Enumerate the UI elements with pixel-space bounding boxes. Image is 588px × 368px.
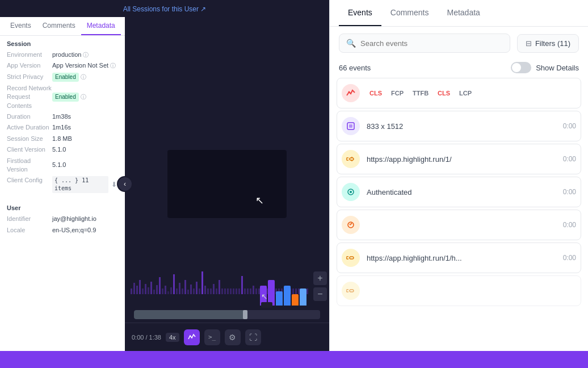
svg-point-63 <box>348 91 350 93</box>
svg-rect-24 <box>199 288 200 294</box>
value-recordnetwork: Enabled ⓘ <box>52 84 118 110</box>
vitals-badges-row: CLS FCP TTFB CLS LCP <box>367 89 576 98</box>
svg-rect-41 <box>247 288 249 294</box>
event-item-webvitals[interactable]: CLS FCP TTFB CLS LCP <box>337 78 581 108</box>
viewport-time: 0:00 <box>563 122 576 130</box>
event-item-navigate2[interactable]: https://app.highlight.run/1/h... 0:00 <box>337 242 581 273</box>
vital-cls-2: CLS <box>435 89 453 98</box>
expand-panel-button[interactable]: ‹ <box>117 176 133 192</box>
info-icon-environment: ⓘ <box>83 51 89 59</box>
all-sessions-link[interactable]: All Sessions for this User ↗ <box>123 5 207 13</box>
activity-bar <box>300 288 306 306</box>
zoom-in-button[interactable]: + <box>313 271 327 285</box>
bottom-bar <box>0 351 588 368</box>
meta-row-strictprivacy: Strict Privacy Enabled ⓘ <box>7 73 118 82</box>
console-button[interactable]: >_ <box>204 329 220 345</box>
meta-row-appversion: App Version App Version Not Set ⓘ <box>7 61 118 70</box>
value-duration: 1m38s <box>52 112 118 121</box>
svg-rect-43 <box>253 286 254 294</box>
value-activeduration: 1m16s <box>52 123 118 132</box>
label-activeduration: Active Duration <box>7 123 52 132</box>
show-details-toggle[interactable] <box>511 62 531 73</box>
svg-rect-3 <box>139 280 141 294</box>
svg-rect-42 <box>250 288 251 294</box>
link-icon-1 <box>346 154 355 164</box>
right-tabs: Events Comments Metadata <box>330 0 588 27</box>
right-tab-events[interactable]: Events <box>339 0 381 26</box>
event-item-navigate1[interactable]: https://app.highlight.run/1/ 0:00 <box>337 144 581 174</box>
svg-rect-40 <box>244 288 246 294</box>
value-sessionsize: 1.8 MB <box>52 135 118 143</box>
meta-row-firstloadversion: Firstload Version 5.1.0 <box>7 157 118 174</box>
event-content-webvitals: CLS FCP TTFB CLS LCP <box>367 89 576 98</box>
search-input[interactable] <box>360 39 503 48</box>
event-icon-action <box>342 216 360 234</box>
tab-metadata[interactable]: Metadata <box>81 17 121 35</box>
event-icon-navigate1 <box>342 150 360 168</box>
zoom-controls: + − <box>313 271 327 301</box>
events-list: CLS FCP TTFB CLS LCP 833 <box>330 78 588 351</box>
tab-comments[interactable]: Comments <box>37 17 81 35</box>
event-item-viewport[interactable]: 833 x 1512 0:00 <box>337 111 581 141</box>
svg-point-67 <box>350 191 352 193</box>
event-item-action[interactable]: 0:00 <box>337 210 581 240</box>
meta-row-recordnetwork: Record Network Request Contents Enabled … <box>7 84 118 110</box>
settings-button[interactable]: ⚙ <box>225 329 241 345</box>
svg-rect-33 <box>224 288 226 294</box>
label-recordnetwork: Record Network Request Contents <box>7 84 52 110</box>
authenticated-icon <box>346 187 355 196</box>
value-appversion: App Version Not Set ⓘ <box>52 61 118 70</box>
svg-rect-8 <box>153 290 155 294</box>
label-appversion: App Version <box>7 61 52 70</box>
activity-bar <box>284 286 291 306</box>
navigate2-time: 0:00 <box>563 254 576 262</box>
authenticated-title: Authenticated <box>367 188 556 196</box>
event-item-more[interactable] <box>337 275 581 306</box>
svg-rect-21 <box>190 285 192 294</box>
svg-rect-20 <box>187 290 189 294</box>
value-clientconfig: { ... } 11 items ⬇ <box>52 176 118 193</box>
top-link-bar: All Sessions for this User ↗ <box>0 0 329 17</box>
vitals-chart-icon <box>346 89 355 98</box>
activity-button[interactable] <box>184 329 200 345</box>
svg-rect-0 <box>131 288 132 294</box>
activity-bar <box>276 291 283 306</box>
meta-row-locale: Locale en-US,en;q=0.9 <box>7 226 118 235</box>
svg-rect-6 <box>148 287 149 294</box>
console-icon: >_ <box>208 333 216 341</box>
fullscreen-button[interactable]: ⛶ <box>245 329 261 345</box>
vital-cls-1: CLS <box>367 89 385 98</box>
action-icon <box>346 220 355 229</box>
vital-lcp: LCP <box>456 89 474 98</box>
filter-button[interactable]: ⊟ Filters (11) <box>517 34 579 53</box>
svg-rect-10 <box>159 277 161 294</box>
events-count: 66 events <box>339 64 371 72</box>
value-environment: production ⓘ <box>52 51 118 59</box>
zoom-out-button[interactable]: − <box>313 287 327 301</box>
session-section: Session Environment production ⓘ App Ver… <box>0 36 125 200</box>
label-identifier: Identifier <box>7 215 52 223</box>
meta-row-identifier: Identifier jay@highlight.io <box>7 215 118 223</box>
scrubber-handle <box>243 310 247 319</box>
link-icon-more <box>346 286 355 295</box>
svg-rect-2 <box>136 286 138 294</box>
events-count-row: 66 events Show Details <box>330 60 588 78</box>
meta-row-environment: Environment production ⓘ <box>7 51 118 59</box>
right-tab-metadata[interactable]: Metadata <box>438 0 489 26</box>
label-duration: Duration <box>7 112 52 121</box>
show-details-row: Show Details <box>511 62 579 73</box>
speed-badge[interactable]: 4x <box>166 333 179 342</box>
info-icon-strictprivacy: ⓘ <box>81 73 86 81</box>
svg-rect-4 <box>142 288 144 294</box>
session-title: Session <box>7 40 118 47</box>
svg-rect-65 <box>349 124 352 128</box>
label-firstloadversion: Firstload Version <box>7 157 52 174</box>
svg-rect-12 <box>165 286 166 294</box>
event-item-authenticated[interactable]: Authenticated 0:00 <box>337 177 581 207</box>
tab-events[interactable]: Events <box>5 17 37 35</box>
event-icon-navigate2 <box>342 249 360 267</box>
svg-rect-39 <box>241 276 243 294</box>
right-tab-comments[interactable]: Comments <box>381 0 438 26</box>
scrubber-track[interactable] <box>134 310 320 319</box>
svg-rect-30 <box>216 288 217 294</box>
